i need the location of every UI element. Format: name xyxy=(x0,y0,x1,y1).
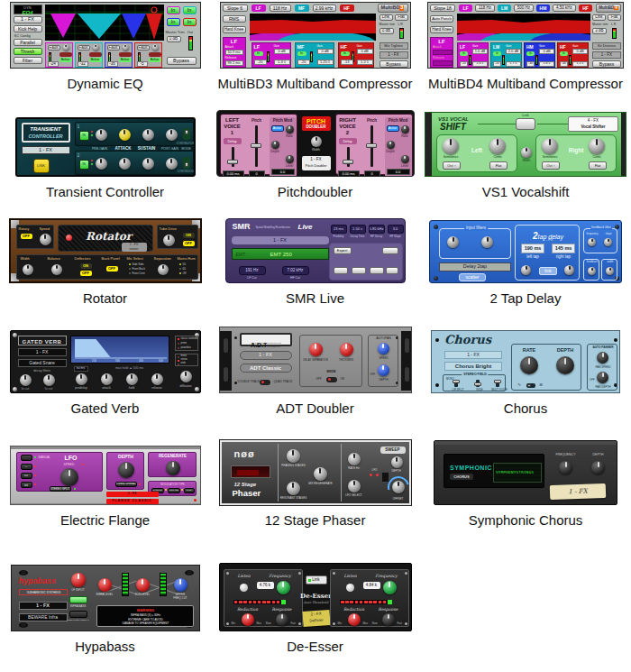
eflange-fx-display[interactable]: 1 - FX xyxy=(106,492,159,497)
vs1-info-box[interactable]: 4 - FX Vocal Shifter xyxy=(568,116,618,132)
mbd4-hm-pill[interactable]: HM xyxy=(536,5,550,12)
chorus-pan-depth-knob[interactable] xyxy=(597,372,608,383)
mbd3-freq1-value[interactable]: 118 Hz xyxy=(270,5,291,12)
deesser-tape-label[interactable]: 2 - FX DeEsser xyxy=(302,610,330,627)
dyneq-band4-fault-button[interactable]: Fault xyxy=(137,45,150,51)
hypa-lf-input-knob[interactable] xyxy=(71,573,86,587)
adt-thickness-knob[interactable] xyxy=(340,343,353,356)
dyneq-band3-value[interactable]: -36 xyxy=(107,61,118,67)
mbd3-hard-knee-button[interactable]: Hard Knee xyxy=(223,26,246,33)
phaser-mix-regenerate-knob[interactable] xyxy=(314,467,327,481)
trans-ch1-in-button[interactable]: IN xyxy=(79,131,89,141)
mbd3-band-hf-in-button[interactable]: In xyxy=(341,51,350,56)
trans-ch1-pregain-knob[interactable] xyxy=(96,129,107,141)
mbd3-band-lf-gain-value[interactable]: 0 dB xyxy=(274,49,290,54)
mbd4-band-lf-gain-value[interactable]: 1.6 dB xyxy=(472,49,488,54)
symph-frequency-knob[interactable] xyxy=(559,461,572,474)
mbd3-mix-display[interactable]: Mix Tighten xyxy=(380,42,408,50)
dyneq-band2-gain-knob[interactable] xyxy=(93,44,99,51)
gated-mode-option3[interactable]: powerbox xyxy=(181,347,191,350)
eflange-type-vintage-button[interactable]: VINTAGE xyxy=(168,488,180,493)
dyneq-eq-graph[interactable] xyxy=(45,5,164,41)
pitch-left-depth-knob[interactable] xyxy=(271,141,279,149)
smr-hf-decay-value[interactable]: 5.85 kHz xyxy=(369,225,385,234)
deesser-r-frequency-knob[interactable] xyxy=(383,581,397,594)
vs1-right-flat-button[interactable]: Flat xyxy=(589,161,607,170)
card-multibd4[interactable]: Slope 18 LF 118 Hz LM 500 Hz HM 4.50 kHz… xyxy=(420,2,631,91)
eflange-stereo-spread-button[interactable]: STEREO SPREAD xyxy=(115,482,137,487)
mbd3-band-mf-in-button[interactable]: In xyxy=(297,51,306,56)
deesser-r-listen-button[interactable] xyxy=(346,584,354,592)
mbd3-band-mf-ratio-value[interactable]: 1.25:1 xyxy=(317,60,334,65)
trans-ch1-attack-knob[interactable] xyxy=(119,129,131,141)
gated-stereo-option3[interactable]: wide xyxy=(181,363,186,365)
mbd4-auto-punch-button[interactable]: Auto Punch xyxy=(430,15,453,23)
mbd4-link-button[interactable]: Link xyxy=(592,14,606,21)
eflange-speed-knob[interactable] xyxy=(60,468,78,486)
chorus-pan-speed-knob[interactable] xyxy=(597,352,608,364)
mbd3-band-mf-thresh-value[interactable]: -20 xyxy=(297,60,310,65)
rotator-mains-option2[interactable]: 60 xyxy=(183,268,186,271)
rotator-tube-drive-knob[interactable] xyxy=(163,235,175,246)
eflange-wave-saw-button[interactable]: vv xyxy=(21,482,32,488)
mbd3-mf-pill[interactable]: MF xyxy=(295,5,309,12)
deesser-l-listen-button[interactable] xyxy=(240,584,248,592)
rotator-deflectors-off-button[interactable]: OFF xyxy=(80,271,92,276)
gated-mode-option2[interactable]: primo xyxy=(181,343,187,345)
rotator-fx-tag[interactable]: 1 - FX rotator xyxy=(122,243,147,252)
gated-predelay-value[interactable]: 80 ms xyxy=(74,366,88,372)
adt-fx-slot[interactable]: 1 - FX xyxy=(240,351,292,360)
smr-predelay-value[interactable]: 23 ms xyxy=(331,225,347,234)
card-electric-flange[interactable]: MANUAL ~ ^^ vv LFO SPEED STEREO SPLIT DE… xyxy=(0,437,210,528)
tap2-feedback-knob[interactable] xyxy=(588,267,596,275)
smr-blank-button-3[interactable] xyxy=(352,267,366,274)
dyneq-band4-below-chip[interactable]: Below xyxy=(149,58,161,62)
rotator-back-panel-off-button[interactable]: OFF xyxy=(106,266,118,272)
mbd4-band-hm-gain-value[interactable]: 0 dB xyxy=(539,49,554,54)
mbd4-attack-value-empty[interactable] xyxy=(433,50,453,55)
mbd4-band-hf-in-button[interactable]: In xyxy=(560,51,568,56)
mbd4-preset-display[interactable]: Kit Distress xyxy=(592,42,621,50)
vs1-link-button[interactable] xyxy=(516,118,535,130)
mbd3-lf-pill[interactable]: LF xyxy=(251,5,266,12)
pitch-right-level-value[interactable]: 0.0 xyxy=(387,169,410,175)
mbd3-band-lf-thresh-value[interactable]: -20 xyxy=(254,60,267,65)
deesser-l-frequency-knob[interactable] xyxy=(277,581,290,594)
trans-ch2-in-button[interactable]: IN xyxy=(79,160,89,170)
smr-decay-value[interactable]: 1.54 s xyxy=(350,225,366,234)
mbd4-master-trim-value[interactable]: 3 dB xyxy=(592,28,607,34)
mbd4-band-hf-gain-value[interactable]: 0 dB xyxy=(572,49,588,54)
dyneq-band1-gain-knob[interactable] xyxy=(63,44,69,51)
trans-ch1-postgain-knob[interactable] xyxy=(166,129,178,141)
dyneq-band2-below-chip[interactable]: Below xyxy=(89,58,102,62)
eflange-preset-display[interactable]: FLANGE CLASSIC xyxy=(106,499,159,504)
mbd3-attack-value[interactable]: 10.9 ms xyxy=(225,50,243,55)
card-dynamic-eq[interactable]: DYN EQ4 1 - FX Kick Help SC Config Paral… xyxy=(0,2,210,91)
eflange-wave-sine-button[interactable]: ~ xyxy=(21,464,32,470)
pitch-right-active-button[interactable]: Active xyxy=(387,125,399,132)
chorus-fx-slot[interactable]: 1 - FX xyxy=(444,351,502,359)
gated-fx-slot[interactable]: 1 - FX xyxy=(18,348,67,356)
tap2-right-tap-value[interactable]: 145 ms xyxy=(552,244,575,253)
card-symphonic-chorus[interactable]: SYMPHONIC CHORUS SYMPHONYSTRINGS FREQUEN… xyxy=(420,437,631,528)
hypa-preset-name[interactable]: BEWARE Infra xyxy=(19,613,68,621)
pitch-right-pitch-fader-handle[interactable] xyxy=(366,143,377,148)
mbd3-slope-button[interactable]: Slope 6 xyxy=(223,5,248,12)
eflange-stereo-split-button[interactable]: STEREO SPLIT xyxy=(50,486,71,492)
eflange-manual-button[interactable] xyxy=(21,455,32,461)
mbd3-release-value[interactable]: 99.1 ms xyxy=(225,60,243,66)
mbd4-band-hf-ratio-value[interactable]: 1.2:1 xyxy=(572,61,588,67)
smr-blank-button-2[interactable] xyxy=(334,267,348,274)
dyneq-filter-button[interactable]: Filter xyxy=(14,57,42,64)
dyneq-master-trim-value[interactable]: 0 dB xyxy=(167,36,181,42)
pitch-left-pitch-fader-handle[interactable] xyxy=(251,143,261,148)
card-pitchdoubler[interactable]: LEFT VOICE 1 Delay 0.00 ms Pitch 0 Pitch… xyxy=(210,110,420,199)
rotator-mic-option1[interactable]: Side Side xyxy=(133,263,144,266)
pitch-left-pitch-value[interactable]: 0 xyxy=(249,170,265,177)
vs1-right-oct-button[interactable]: Oct ↑ xyxy=(542,161,560,170)
dyneq-band3-gain-knob[interactable] xyxy=(123,44,129,51)
tap2-link-button[interactable]: link xyxy=(539,267,557,275)
mbd4-band-hm-ratio-value[interactable]: 1.6:1 xyxy=(539,61,554,67)
mbd4-fx-slot[interactable]: 1 - FX xyxy=(592,51,621,59)
mbd4-lm-pill[interactable]: LM xyxy=(498,5,511,12)
